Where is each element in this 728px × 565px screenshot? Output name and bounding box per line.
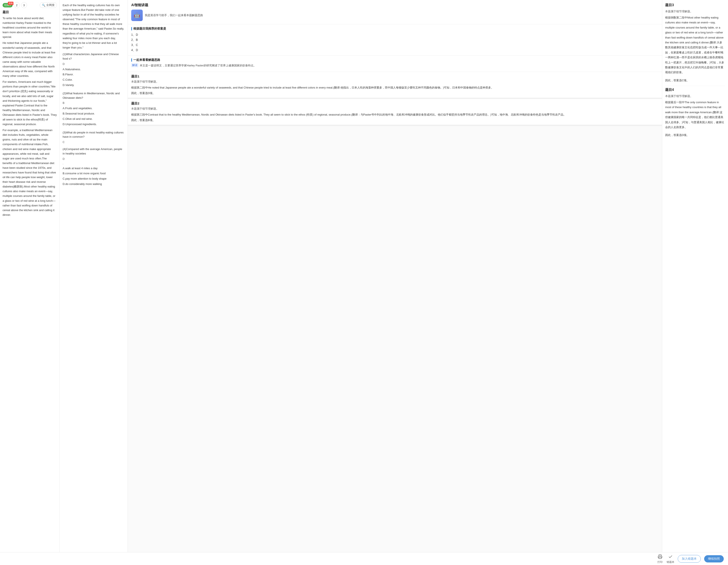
ai-message: 我是英语学习助手，我们一起来看本题解题思路	[145, 13, 203, 18]
print-icon	[657, 554, 663, 560]
explanation-panel: 题目3 本题属于细节理解题。 根据倒数第二段中Most other health…	[662, 0, 728, 565]
search-button[interactable]: 🔍 全网搜	[40, 2, 57, 8]
recommend-section: 根据题目我推荐的答案是 1、D 2、B 3、C 4、D	[128, 24, 662, 56]
q3-answer: C	[63, 141, 125, 144]
q1-option-c[interactable]: C.Color.	[63, 77, 125, 83]
q4-answer: D	[63, 157, 125, 161]
qa1-answer: 因此，答案选D项。	[131, 91, 659, 95]
q2-option-a[interactable]: A.Fruits and vegetables.	[63, 106, 125, 111]
video-tag: 视频	[8, 2, 13, 5]
q1-options: A.Naturalness. B.Flavor. C.Color. D.Vari…	[63, 67, 125, 88]
thinking-title: 一起来看看解题思路	[133, 58, 160, 62]
ai-section: AI智能讲题 🤖 我是英语学习助手，我们一起来看本题解题思路	[128, 0, 662, 24]
expl-q4-content: 根据最后一段中The only common feature in most o…	[665, 100, 725, 130]
expl-q3-title: 题目3	[665, 3, 725, 7]
qa-block-1: 题目1 本题属于细节理解题。 根据第二段中He noted that Japan…	[128, 72, 662, 99]
nav-3[interactable]: 3	[21, 2, 27, 8]
bot-icon: 🤖	[134, 12, 140, 18]
article-body: To write his book about world diet, nutr…	[3, 16, 57, 217]
nav-2[interactable]: 2	[14, 2, 20, 8]
q2-answer: B	[63, 101, 125, 105]
print-button[interactable]: 打印	[657, 554, 663, 564]
question-item-2: (2)What features in Mediterranean, Nordi…	[63, 91, 125, 127]
svg-rect-0	[659, 557, 661, 559]
q2-option-b[interactable]: B.Seasonal local produce.	[63, 111, 125, 116]
recommend-opt-2: 2、B	[131, 37, 659, 43]
ai-avatar: 🤖	[131, 10, 143, 21]
expl-q3-answer: 因此，答案选C项。	[665, 78, 725, 83]
reading-tag: 解读	[131, 63, 138, 67]
qa2-type: 本题属于细节理解题。	[131, 107, 659, 111]
thinking-text: 本文是一篇说明文，主要通过营养学家Harley Paster的研究阐述了世界上健…	[140, 63, 256, 68]
q1-option-a[interactable]: A.Naturalness.	[63, 67, 125, 72]
question-intro: Each of the healthy eating cultures has …	[63, 3, 125, 50]
qa-block-2: 题目2 本题属于细节理解题。 根据第三段中Contrast that to th…	[128, 99, 662, 126]
error-icon	[667, 554, 674, 560]
q1-text: (1)What characterizes Japanese and Chine…	[63, 52, 125, 61]
article-para-2: He noted that Japanese people ate a wond…	[3, 41, 57, 78]
expl-q3-type: 本题属于细节理解题。	[665, 10, 725, 13]
ai-panel: AI智能讲题 🤖 我是英语学习助手，我们一起来看本题解题思路 根据题目我推荐的答…	[128, 0, 662, 565]
qa2-title: 题目2	[131, 102, 659, 106]
expl-q4-title: 题目4	[665, 88, 725, 92]
qa1-type: 本题属于细节理解题。	[131, 80, 659, 84]
recommend-opt-4: 4、D	[131, 48, 659, 53]
q2-options: A.Fruits and vegetables. B.Seasonal loca…	[63, 106, 125, 127]
q1-option-b[interactable]: B.Flavor.	[63, 72, 125, 77]
expl-q4-type: 本题属于细节理解题。	[665, 94, 725, 98]
ai-title: AI智能讲题	[131, 3, 659, 7]
qa1-content: 根据第二段中He noted that Japanese people ate …	[131, 85, 659, 90]
qa2-answer: 因此，答案选B项。	[131, 118, 659, 122]
recommend-title: 根据题目我推荐的答案是	[133, 27, 166, 31]
q4-option-c[interactable]: C.pay more attention to body shape	[63, 176, 125, 182]
article-para-4: For example, a traditional Mediterranean…	[3, 128, 57, 217]
q2-option-d[interactable]: D.Unprocessed ingredients.	[63, 122, 125, 127]
divider-1	[665, 86, 725, 86]
add-error-button[interactable]: 加入错题本	[678, 555, 701, 563]
print-label: 打印	[658, 560, 663, 564]
question-item-1: (1)What characterizes Japanese and Chine…	[63, 52, 125, 88]
expl-q4-answer: 因此，答案选D项。	[665, 133, 725, 138]
question-label: 题目	[3, 10, 57, 14]
q3-text: (3)What do people in most healthy eating…	[63, 131, 125, 139]
error-book-button[interactable]: 错题本	[667, 554, 674, 564]
q4-option-a[interactable]: A.walk at least 4 miles a day	[63, 166, 125, 171]
bottom-bar: 打印 错题本 加入错题本 继续拍照	[0, 552, 728, 565]
article-para-3: For starters, Americans eat much bigger …	[3, 80, 57, 127]
qa1-title: 题目1	[131, 75, 659, 79]
result-badge[interactable]: 结果1 视频	[3, 3, 13, 7]
recommend-options: 1、D 2、B 3、C 4、D	[131, 32, 659, 53]
middle-panel: Each of the healthy eating cultures has …	[60, 0, 128, 565]
recommend-header: 根据题目我推荐的答案是	[131, 27, 659, 31]
q4-options: A.walk at least 4 miles a day B.consume …	[63, 166, 125, 187]
question-item-4: (4)Compared with the average American, p…	[63, 147, 125, 187]
q2-text: (2)What features in Mediterranean, Nordi…	[63, 91, 125, 100]
q1-answer: D	[63, 62, 125, 66]
ai-bot-row: 🤖 我是英语学习助手，我们一起来看本题解题思路	[131, 10, 659, 21]
thinking-section: 一起来看看解题思路 解读 本文是一篇说明文，主要通过营养学家Harley Pas…	[128, 56, 662, 72]
left-panel: 结果1 视频 2 3 🔍 全网搜 题目 To write his book ab…	[0, 0, 60, 565]
continue-button[interactable]: 继续拍照	[704, 555, 724, 562]
q4-option-d[interactable]: D.do considerably more walking	[63, 182, 125, 187]
q4-text: (4)Compared with the average American, p…	[63, 147, 125, 156]
error-label: 错题本	[667, 560, 674, 564]
thinking-label: 一起来看看解题思路	[131, 58, 659, 62]
expl-q3-content: 根据倒数第二段中Most other healthy eating cultur…	[665, 15, 725, 75]
search-label: 全网搜	[46, 3, 55, 7]
article-para-1: To write his book about world diet, nutr…	[3, 16, 57, 39]
search-icon: 🔍	[42, 4, 45, 7]
question-item-3: (3)What do people in most healthy eating…	[63, 131, 125, 144]
recommend-opt-1: 1、D	[131, 32, 659, 37]
top-nav-bar: 结果1 视频 2 3 🔍 全网搜	[3, 2, 57, 8]
q2-option-c[interactable]: C.Olive oil and red wine.	[63, 116, 125, 122]
recommend-opt-3: 3、C	[131, 43, 659, 48]
qa2-content: 根据第三段中Contrast that to the healthy Medit…	[131, 112, 659, 117]
q1-option-d[interactable]: D.Variety.	[63, 83, 125, 88]
q4-option-b[interactable]: B.consume a lot more organic food	[63, 171, 125, 176]
